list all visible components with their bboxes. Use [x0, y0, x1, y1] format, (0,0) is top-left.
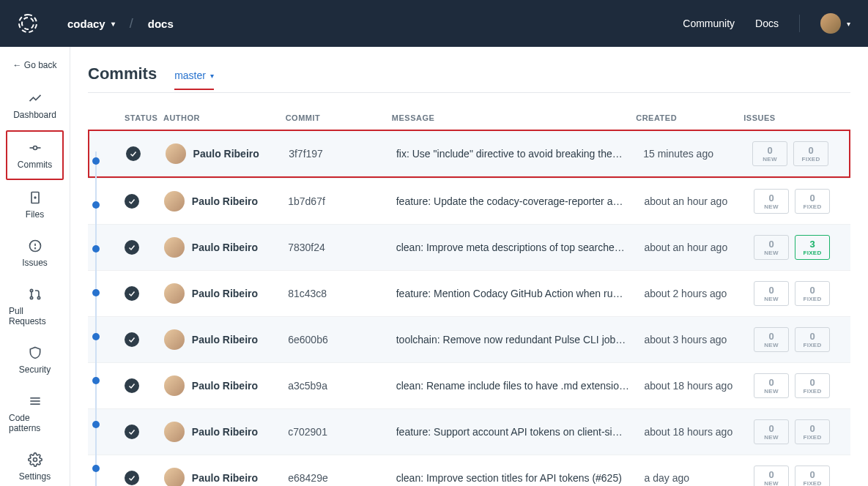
go-back-link[interactable]: ← Go back [0, 53, 70, 81]
author-cell: Paulo Ribeiro [166, 143, 289, 164]
commit-row[interactable]: Paulo Ribeiro81c43c8feature: Mention Cod… [88, 270, 850, 316]
commit-message: feature: Update the codacy-coverage-repo… [396, 195, 645, 207]
chevron-down-icon: ▾ [111, 20, 115, 28]
author-cell: Paulo Ribeiro [164, 237, 288, 258]
author-name: Paulo Ribeiro [192, 380, 258, 392]
commit-row[interactable]: Paulo Ribeiro3f7f197fix: Use "include" d… [88, 130, 850, 178]
issues-cell: 0NEW0FIXED [754, 327, 830, 352]
commit-row[interactable]: Paulo Ribeiroc702901feature: Support acc… [88, 408, 850, 455]
logo[interactable] [18, 13, 38, 34]
docs-link[interactable]: Docs [755, 18, 779, 29]
sidebar-item-issues[interactable]: Issues [6, 230, 64, 277]
svg-point-14 [33, 458, 37, 462]
commit-row[interactable]: Paulo Ribeiroe68429eclean: Improve secti… [88, 455, 850, 486]
issues-new-badge: 0NEW [754, 189, 789, 214]
issues-cell: 0NEW0FIXED [754, 419, 830, 444]
sidebar-item-codepatterns[interactable]: Code patterns [6, 385, 64, 442]
sidebar-item-files[interactable]: Files [6, 182, 64, 228]
chevron-down-icon: ▾ [210, 72, 214, 80]
issues-fixed-badge: 0FIXED [795, 419, 830, 444]
org-name-label: codacy [67, 18, 105, 30]
status-check-icon [125, 286, 139, 301]
status-cell [125, 240, 164, 255]
issues-fixed-badge: 0FIXED [795, 373, 830, 398]
commit-row[interactable]: Paulo Ribeiro6e600b6toolchain: Remove no… [88, 316, 850, 362]
status-check-icon [125, 378, 139, 393]
sidebar-item-security[interactable]: Security [6, 337, 64, 384]
commit-message: fix: Use "include" directive to avoid br… [396, 148, 643, 160]
author-name: Paulo Ribeiro [192, 334, 258, 345]
community-link[interactable]: Community [683, 18, 735, 29]
main-content: Commits master ▾ STATUS AUTHOR COMMIT [70, 47, 868, 486]
author-avatar-icon [164, 283, 185, 304]
author-cell: Paulo Ribeiro [164, 422, 288, 442]
issues-fixed-badge: 0FIXED [793, 141, 828, 166]
status-cell [125, 378, 164, 393]
issues-fixed-badge: 0FIXED [795, 281, 830, 306]
sidebar-item-commits[interactable]: Commits [6, 130, 64, 180]
commit-created: about an hour ago [645, 242, 754, 253]
header-commit: COMMIT [286, 113, 392, 122]
settings-icon [28, 452, 42, 467]
issues-fixed-badge: 0FIXED [795, 466, 830, 486]
repo-name[interactable]: docs [148, 18, 174, 30]
sidebar-item-dashboard[interactable]: Dashboard [6, 82, 64, 129]
svg-point-10 [37, 296, 40, 299]
author-avatar-icon [164, 237, 185, 258]
status-cell [125, 286, 164, 301]
status-check-icon [125, 471, 139, 485]
status-cell [125, 425, 164, 439]
issues-cell: 0NEW3FIXED [754, 235, 830, 260]
status-cell [125, 194, 164, 209]
header-author: AUTHOR [163, 113, 286, 122]
issues-cell: 0NEW0FIXED [754, 466, 830, 486]
commit-row[interactable]: Paulo Ribeiro7830f24clean: Improve meta … [88, 224, 850, 270]
commit-sha: 7830f24 [288, 242, 396, 253]
header-message: MESSAGE [392, 113, 636, 122]
author-name: Paulo Ribeiro [193, 148, 259, 160]
divider [799, 15, 800, 32]
sidebar: ← Go back DashboardCommitsFilesIssuesPul… [0, 47, 70, 486]
table-header: STATUS AUTHOR COMMIT MESSAGE CREATED ISS… [88, 106, 850, 130]
issues-new-badge: 0NEW [754, 373, 789, 398]
author-name: Paulo Ribeiro [192, 242, 258, 253]
status-check-icon [125, 425, 139, 439]
dashboard-icon [28, 91, 42, 105]
svg-point-7 [34, 248, 35, 249]
commit-sha: a3c5b9a [288, 380, 396, 392]
commits-icon [28, 141, 42, 155]
files-icon [28, 190, 42, 205]
org-selector[interactable]: codacy ▾ [67, 18, 115, 30]
header-issues: ISSUES [743, 113, 830, 122]
issues-cell: 0NEW0FIXED [754, 373, 830, 398]
sidebar-item-settings[interactable]: Settings [6, 444, 64, 486]
commit-sha: 6e600b6 [288, 334, 396, 345]
status-check-icon [126, 146, 141, 161]
commit-message: clean: Rename include files to have .md … [396, 380, 645, 392]
status-cell [126, 146, 166, 161]
author-avatar-icon [166, 143, 186, 164]
svg-point-0 [33, 146, 37, 150]
commit-row[interactable]: Paulo Ribeiro1b7d67ffeature: Update the … [88, 178, 850, 224]
commit-row[interactable]: Paulo Ribeiroa3c5b9aclean: Rename includ… [88, 362, 850, 408]
chevron-down-icon: ▾ [847, 20, 850, 28]
commit-created: 15 minutes ago [643, 148, 752, 160]
author-cell: Paulo Ribeiro [164, 283, 288, 304]
sidebar-item-pullrequests[interactable]: Pull Requests [6, 278, 64, 335]
status-check-icon [125, 332, 139, 347]
branch-selector[interactable]: master ▾ [174, 70, 214, 90]
author-cell: Paulo Ribeiro [164, 375, 288, 396]
sidebar-item-label: Commits [18, 160, 52, 170]
status-check-icon [125, 194, 139, 209]
commit-sha: 81c43c8 [288, 288, 396, 299]
timeline-line [95, 152, 97, 486]
commit-created: about 3 hours ago [645, 334, 754, 345]
header-status: STATUS [125, 113, 163, 122]
header-created: CREATED [636, 113, 743, 122]
user-avatar-icon [820, 13, 841, 34]
author-avatar-icon [164, 375, 185, 396]
user-menu[interactable]: ▾ [820, 13, 850, 34]
issues-cell: 0NEW0FIXED [754, 189, 830, 214]
commit-message: clean: Improve meta descriptions of top … [396, 242, 645, 253]
author-avatar-icon [164, 468, 185, 486]
